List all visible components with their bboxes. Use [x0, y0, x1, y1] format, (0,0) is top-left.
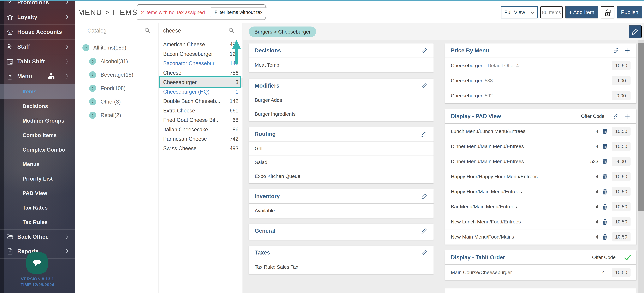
catalog-search-input[interactable]: Catalog — [75, 24, 158, 37]
sidebar-item-items[interactable]: Items — [0, 84, 75, 99]
price-input[interactable]: 10.50 — [612, 142, 630, 151]
publish-button[interactable]: Publish — [617, 6, 642, 19]
chevron-right-icon[interactable] — [89, 112, 96, 119]
list-item[interactable]: Cheeseburger (HQ)1 — [159, 87, 243, 97]
table-row: Happy Hour/Main Menu/Entrees 4 10.50 — [445, 184, 636, 199]
price-input[interactable]: 10.50 — [612, 187, 630, 196]
sidebar-item-priority-list[interactable]: Priority List — [0, 171, 75, 186]
sidebar-item-tabit-shift[interactable]: Tabit Shift — [0, 54, 75, 69]
price-input[interactable]: 10.50 — [612, 232, 630, 241]
sidebar-item-house-accounts[interactable]: $ House Accounts — [0, 25, 75, 40]
tree-node-all-items[interactable]: All items(159) — [75, 41, 159, 55]
list-item[interactable]: Swiss Cheese493 — [159, 144, 243, 153]
pencil-icon[interactable] — [421, 47, 428, 54]
sidebar-item-staff[interactable]: Staff — [0, 40, 75, 54]
price-input[interactable]: 10.50 — [612, 268, 630, 277]
tree-node-food[interactable]: Food(108) — [75, 82, 159, 95]
item-search-input[interactable]: cheese — [159, 24, 242, 37]
vertical-scrollbar[interactable] — [638, 41, 644, 293]
list-item[interactable]: Baconator Cheesebur...146 — [159, 59, 243, 68]
list-item[interactable]: Parmesan Cheese742 — [159, 134, 243, 144]
price-input[interactable]: 10.50 — [612, 61, 630, 70]
chevron-down-icon — [6, 1, 14, 4]
pencil-icon[interactable] — [421, 227, 428, 234]
price-input[interactable]: 10.50 — [612, 202, 630, 211]
link-icon[interactable] — [613, 47, 620, 54]
trash-icon[interactable] — [602, 203, 608, 210]
price-input[interactable]: 9.00 — [612, 157, 630, 166]
chevron-right-icon[interactable] — [89, 98, 96, 105]
chevron-down-icon[interactable] — [82, 44, 90, 51]
tree-node-other[interactable]: Other(3) — [75, 95, 159, 109]
plus-icon[interactable] — [624, 47, 630, 54]
sidebar-item-label: Loyalty — [17, 14, 37, 20]
sidebar-item-loyalty[interactable]: Loyalty — [0, 10, 75, 25]
add-item-button[interactable]: + Add Item — [565, 6, 598, 19]
chevron-right-icon[interactable] — [89, 58, 96, 65]
sidebar-item-menu[interactable]: Menu — [0, 69, 75, 84]
publish-lock-button[interactable] — [601, 6, 614, 19]
view-mode-value: Full View — [504, 9, 525, 15]
card-decisions: Decisions Meat Temp — [249, 44, 434, 72]
offer-code-label: Offer Code — [581, 114, 604, 119]
chevron-right-icon[interactable] — [89, 71, 96, 78]
price-input[interactable]: 10.50 — [612, 217, 630, 226]
pencil-icon[interactable] — [421, 193, 428, 200]
sidebar-item-tax-rules[interactable]: Tax Rules — [0, 215, 75, 229]
scrollbar-thumb[interactable] — [638, 43, 644, 211]
sidebar-item-pad-view[interactable]: PAD View — [0, 186, 75, 200]
price-input[interactable]: 10.50 — [612, 127, 630, 136]
table-row: Meat Temp — [249, 58, 434, 72]
sidebar-item-label: Menu — [17, 73, 32, 80]
trash-icon[interactable] — [602, 158, 608, 165]
sitemap-icon[interactable] — [48, 73, 55, 80]
pencil-icon[interactable] — [421, 249, 428, 256]
menu-board-icon — [6, 73, 14, 80]
offer-code-label: Offer Code — [592, 255, 616, 260]
chevron-right-icon[interactable] — [89, 85, 96, 92]
tree-node-beverage[interactable]: Beverage(15) — [75, 68, 159, 82]
sidebar-item-decisions[interactable]: Decisions — [0, 99, 75, 114]
sidebar-item-tax-rates[interactable]: Tax Rates — [0, 200, 75, 215]
price-input[interactable]: 0.00 — [612, 91, 630, 100]
pencil-icon — [631, 28, 639, 36]
filter-items-without-tax-button[interactable]: Filter items without tax — [210, 8, 267, 17]
price-input[interactable]: 10.50 — [612, 172, 630, 181]
trash-icon[interactable] — [602, 143, 608, 150]
chat-launcher-button[interactable] — [26, 252, 48, 274]
trash-icon[interactable] — [602, 173, 608, 180]
calendar-clock-icon — [6, 58, 14, 66]
open-padlock-icon — [603, 8, 612, 17]
sidebar-item-complex-combo[interactable]: Complex Combo — [0, 142, 75, 157]
items-count-badge: 86 Items — [540, 6, 562, 19]
tree-node-retail[interactable]: Retail(2) — [75, 109, 159, 122]
trash-icon[interactable] — [602, 219, 608, 225]
time-text: TIME 12/29/2024 — [0, 282, 75, 287]
trash-icon[interactable] — [602, 188, 608, 195]
speech-bubble-icon — [31, 257, 43, 269]
list-item[interactable]: American Cheese491 — [159, 40, 243, 49]
sidebar-item-combo-items[interactable]: Combo Items — [0, 128, 75, 142]
tax-warning-text: 2 Items with no Tax assigned — [141, 10, 205, 15]
pencil-icon[interactable] — [421, 131, 428, 137]
plus-icon[interactable] — [624, 113, 630, 120]
list-item[interactable]: Extra Cheese661 — [159, 106, 243, 116]
edit-item-button[interactable] — [629, 25, 642, 38]
trash-icon[interactable] — [602, 128, 608, 135]
pencil-icon[interactable] — [421, 82, 428, 89]
sidebar-item-back-office[interactable]: Back Office — [0, 229, 75, 244]
tree-node-alcohol[interactable]: Alcohol(31) — [75, 55, 159, 68]
sidebar-item-label: Staff — [17, 44, 30, 50]
list-item[interactable]: Italian Cheesecake86 — [159, 125, 243, 134]
sidebar-item-promotions[interactable]: Promotions — [0, 1, 75, 10]
sidebar-item-modifier-groups[interactable]: Modifier Groups — [0, 114, 75, 128]
list-item[interactable]: Double Bacn Cheeseb...142 — [159, 97, 243, 106]
list-item[interactable]: Bacon Cheeseburger124 — [159, 49, 243, 59]
price-input[interactable]: 9.00 — [612, 76, 630, 85]
link-icon[interactable] — [613, 113, 620, 120]
list-item[interactable]: Fried Goat Cheese Bit...68 — [159, 115, 243, 125]
view-mode-select[interactable]: Full View — [501, 6, 538, 19]
table-row: Salad — [249, 155, 434, 169]
trash-icon[interactable] — [602, 234, 608, 240]
sidebar-item-menus[interactable]: Menus — [0, 157, 75, 171]
